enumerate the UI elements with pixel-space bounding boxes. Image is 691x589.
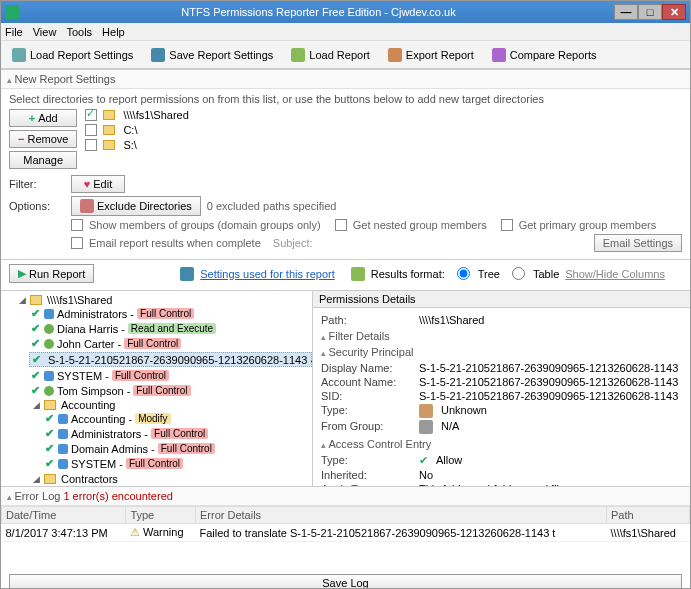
- menu-tools[interactable]: Tools: [66, 26, 92, 38]
- security-principal-header[interactable]: Security Principal: [321, 346, 682, 358]
- menubar: File View Tools Help: [1, 23, 690, 41]
- tree-node[interactable]: ✔ Diana Harris - Read and Execute: [29, 322, 312, 335]
- grp-icon: [58, 414, 68, 424]
- tree-node[interactable]: ✔ Tom Simpson - Full Control: [29, 384, 312, 397]
- results-table-radio[interactable]: [512, 267, 525, 280]
- maximize-button[interactable]: □: [638, 4, 662, 20]
- tree-node[interactable]: ✔ John Carter - Full Control: [29, 337, 312, 350]
- filter-edit-button[interactable]: ♥Edit: [71, 175, 125, 193]
- allow-icon: ✔: [45, 427, 54, 440]
- remove-button[interactable]: −Remove: [9, 130, 77, 148]
- allow-icon: ✔: [31, 307, 40, 320]
- grp-icon: [44, 371, 54, 381]
- grp-icon: [58, 459, 68, 469]
- allow-icon: ✔: [32, 353, 41, 366]
- minimize-button[interactable]: —: [614, 4, 638, 20]
- permission-badge: Full Control: [133, 385, 190, 396]
- window-title: NTFS Permissions Reporter Free Edition -…: [23, 6, 614, 18]
- email-results-checkbox[interactable]: [71, 237, 83, 249]
- options-label: Options:: [9, 200, 65, 212]
- directory-item[interactable]: \\\\fs1\Shared: [85, 109, 682, 121]
- error-log-header[interactable]: Error Log 1 error(s) encountered: [1, 487, 690, 506]
- save-log-button[interactable]: Save Log: [9, 574, 682, 589]
- export-report-button[interactable]: Export Report: [383, 45, 479, 65]
- tree-node[interactable]: ✔ SYSTEM - Full Control: [43, 457, 312, 470]
- error-row[interactable]: 8/1/2017 3:47:13 PM⚠ WarningFailed to tr…: [2, 524, 690, 542]
- directory-checkbox[interactable]: [85, 139, 97, 151]
- grp-icon: [58, 444, 68, 454]
- permission-badge: Full Control: [151, 428, 208, 439]
- new-report-header[interactable]: New Report Settings: [1, 70, 690, 89]
- folder-icon: [103, 125, 115, 135]
- permission-badge: Full Control: [137, 308, 194, 319]
- results-tree-radio[interactable]: [457, 267, 470, 280]
- primary-members-checkbox[interactable]: [501, 219, 513, 231]
- menu-help[interactable]: Help: [102, 26, 125, 38]
- subject-label: Subject:: [273, 237, 313, 249]
- ace-header[interactable]: Access Control Entry: [321, 438, 682, 450]
- tree-node[interactable]: ✔ SYSTEM - Full Control: [29, 369, 312, 382]
- permission-badge: Full Control: [158, 443, 215, 454]
- results-format-label: Results format:: [371, 268, 445, 280]
- permission-badge: Modify: [135, 413, 170, 424]
- save-report-settings-button[interactable]: Save Report Settings: [146, 45, 278, 65]
- menu-file[interactable]: File: [5, 26, 23, 38]
- filter-details-header[interactable]: Filter Details: [321, 330, 682, 342]
- tree-node[interactable]: ✔ S-1-5-21-210521867-2639090965-12132606…: [29, 352, 312, 367]
- email-settings-button[interactable]: Email Settings: [594, 234, 682, 252]
- user-icon: [44, 324, 54, 334]
- run-report-button[interactable]: ▶Run Report: [9, 264, 94, 283]
- folder-icon: [103, 140, 115, 150]
- titlebar: NTFS Permissions Reporter Free Edition -…: [1, 1, 690, 23]
- allow-icon: ✔: [31, 384, 40, 397]
- allow-icon: ✔: [31, 337, 40, 350]
- manage-button[interactable]: Manage: [9, 151, 77, 169]
- exclude-directories-button[interactable]: Exclude Directories: [71, 196, 201, 216]
- details-tab[interactable]: Permissions Details: [313, 291, 690, 308]
- tree-node[interactable]: ✔ Administrators - Full Control: [29, 307, 312, 320]
- permission-badge: Read and Execute: [128, 323, 216, 334]
- grp-icon: [44, 309, 54, 319]
- results-icon: [351, 267, 365, 281]
- new-report-hint: Select directories to report permissions…: [9, 93, 682, 105]
- new-report-section: New Report Settings Select directories t…: [1, 69, 690, 259]
- load-report-settings-button[interactable]: Load Report Settings: [7, 45, 138, 65]
- menu-view[interactable]: View: [33, 26, 57, 38]
- directory-checkbox[interactable]: [85, 124, 97, 136]
- email-results-label: Email report results when complete: [89, 237, 261, 249]
- allow-icon: ✔: [45, 457, 54, 470]
- settings-used-link[interactable]: Settings used for this report: [200, 268, 335, 280]
- nested-members-label: Get nested group members: [353, 219, 487, 231]
- permissions-tree[interactable]: ◢\\\\fs1\Shared ✔ Administrators - Full …: [1, 291, 313, 486]
- show-hide-columns-link[interactable]: Show/Hide Columns: [565, 268, 665, 280]
- allow-icon: ✔: [31, 369, 40, 382]
- allow-icon: ✔: [31, 322, 40, 335]
- folder-icon: [30, 295, 42, 305]
- directory-list[interactable]: \\\\fs1\SharedC:\S:\: [85, 109, 682, 169]
- user-icon: [44, 386, 54, 396]
- primary-members-label: Get primary group members: [519, 219, 657, 231]
- nested-members-checkbox[interactable]: [335, 219, 347, 231]
- directory-item[interactable]: C:\: [85, 124, 682, 136]
- exclude-count: 0 excluded paths specified: [207, 200, 337, 212]
- permission-badge: Full Control: [112, 370, 169, 381]
- main-toolbar: Load Report Settings Save Report Setting…: [1, 41, 690, 69]
- settings-icon: [180, 267, 194, 281]
- grp-icon: [58, 429, 68, 439]
- error-log-section: Error Log 1 error(s) encountered Date/Ti…: [1, 486, 690, 589]
- error-table[interactable]: Date/Time Type Error Details Path 8/1/20…: [1, 506, 690, 542]
- allow-icon: ✔: [45, 442, 54, 455]
- compare-reports-button[interactable]: Compare Reports: [487, 45, 602, 65]
- directory-checkbox[interactable]: [85, 109, 97, 121]
- close-button[interactable]: ✕: [662, 4, 686, 20]
- tree-node[interactable]: ✔ Accounting - Modify: [43, 412, 312, 425]
- show-members-checkbox[interactable]: [71, 219, 83, 231]
- permission-badge: Full Control: [124, 338, 181, 349]
- user-icon: [44, 339, 54, 349]
- directory-item[interactable]: S:\: [85, 139, 682, 151]
- app-icon: [5, 5, 19, 19]
- load-report-button[interactable]: Load Report: [286, 45, 375, 65]
- tree-node[interactable]: ✔ Domain Admins - Full Control: [43, 442, 312, 455]
- tree-node[interactable]: ✔ Administrators - Full Control: [43, 427, 312, 440]
- add-button[interactable]: +Add: [9, 109, 77, 127]
